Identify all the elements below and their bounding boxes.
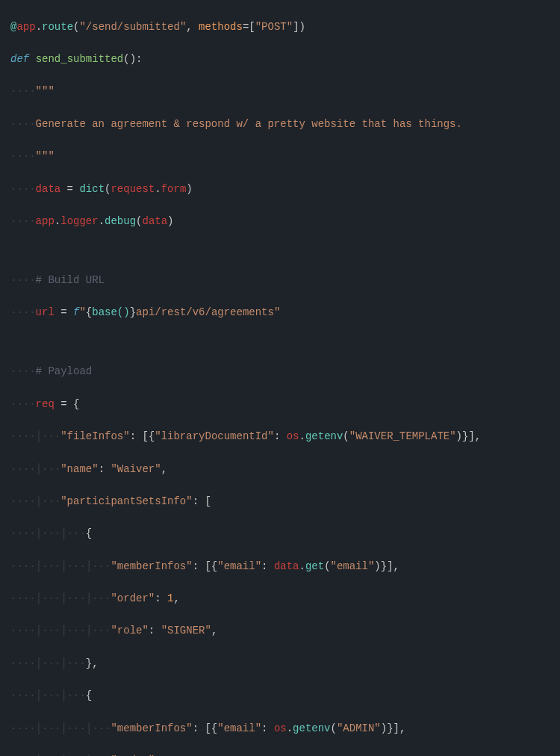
code-line[interactable] <box>10 338 550 348</box>
code-line[interactable] <box>10 246 550 256</box>
code-line[interactable]: ····│···"participantSetsInfo": [ <box>10 494 550 510</box>
keyword: def <box>10 53 29 65</box>
code-line[interactable]: ····""" <box>10 149 550 165</box>
comment: # Build URL <box>36 274 105 286</box>
code-line[interactable]: ····app.logger.debug(data) <box>10 214 550 230</box>
comment: # Payload <box>36 365 93 377</box>
code-line[interactable]: ····│···│···}, <box>10 656 550 672</box>
code-editor[interactable]: @app.route("/send/submitted", methods=["… <box>0 0 560 756</box>
code-line[interactable]: ····""" <box>10 84 550 100</box>
code-line[interactable]: def send_submitted(): <box>10 52 550 68</box>
method: route <box>42 21 73 33</box>
code-line[interactable]: ····│···│···│···"order": 2, <box>10 753 550 756</box>
code-line[interactable]: ····data = dict(request.form) <box>10 182 550 198</box>
code-line[interactable]: @app.route("/send/submitted", methods=["… <box>10 19 550 36</box>
docstring: """ <box>36 150 55 162</box>
code-line[interactable]: ····# Payload <box>10 364 550 380</box>
code-line[interactable]: ····Generate an agreement & respond w/ a… <box>10 117 550 133</box>
code-line[interactable]: ····│···│···│···"role": "SIGNER", <box>10 623 550 639</box>
code-line[interactable]: ····│···│···│···"memberInfos": [{"email"… <box>10 559 550 575</box>
code-line[interactable]: ····│···│···│···"order": 1, <box>10 591 550 607</box>
ident: app <box>16 21 35 33</box>
code-line[interactable]: ····│···│···{ <box>10 688 550 704</box>
function-name: send_submitted <box>36 53 124 65</box>
code-line[interactable]: ····│···│···{ <box>10 526 550 542</box>
string: "/send/submitted" <box>79 21 186 33</box>
code-line[interactable]: ····│···"name": "Waiver", <box>10 462 550 478</box>
code-line[interactable]: ····│···"fileInfos": [{"libraryDocumentI… <box>10 429 550 445</box>
code-line[interactable]: ····# Build URL <box>10 273 550 289</box>
docstring: Generate an agreement & respond w/ a pre… <box>36 118 462 130</box>
code-line[interactable]: ····req = { <box>10 397 550 413</box>
docstring: """ <box>36 85 55 97</box>
code-line[interactable]: ····url = f"{base()}api/rest/v6/agreemen… <box>10 305 550 321</box>
code-line[interactable]: ····│···│···│···"memberInfos": [{"email"… <box>10 721 550 737</box>
kwarg: methods <box>199 21 243 33</box>
